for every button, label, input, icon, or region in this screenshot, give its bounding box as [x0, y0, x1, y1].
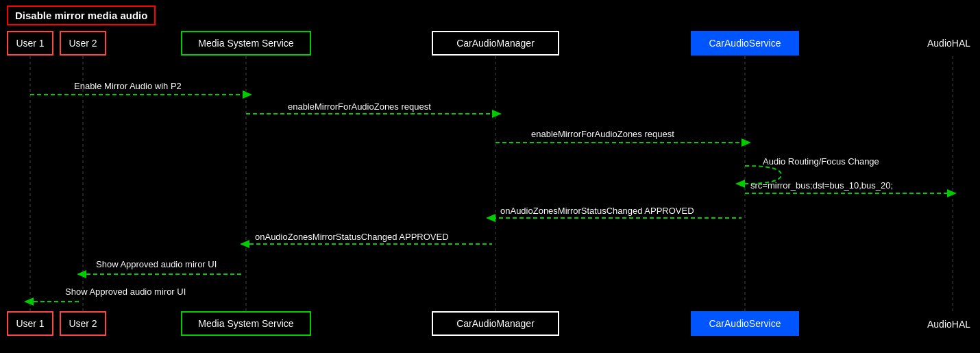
msg-show-approved-2: Show Approved audio miror UI	[65, 287, 186, 297]
msg-on-audio-zones-2: onAudioZonesMirrorStatusChanged APPROVED	[255, 232, 449, 242]
svg-marker-12	[735, 180, 745, 188]
svg-marker-20	[77, 270, 86, 278]
msg-show-approved-1: Show Approved audio miror UI	[96, 259, 217, 269]
msg-enable-mirror-zones-2: enableMirrorForAudioZones request	[531, 129, 674, 139]
svg-marker-22	[24, 297, 34, 306]
msg-audio-routing: Audio Routing/Focus Change	[763, 156, 879, 167]
svg-marker-16	[486, 214, 495, 222]
sequence-diagram: Disable mirror media audio User 1 User 2…	[0, 0, 980, 353]
svg-marker-14	[947, 189, 957, 197]
msg-enable-mirror-audio: Enable Mirror Audio wih P2	[74, 81, 182, 91]
svg-marker-11	[742, 138, 751, 147]
svg-marker-7	[243, 90, 252, 99]
msg-on-audio-zones-1: onAudioZonesMirrorStatusChanged APPROVED	[500, 206, 694, 216]
msg-src-mirror: src=mirror_bus;dst=bus_10,bus_20;	[750, 180, 893, 191]
svg-marker-9	[492, 110, 502, 118]
svg-marker-18	[240, 240, 249, 248]
msg-enable-mirror-zones-1: enableMirrorForAudioZones request	[288, 101, 431, 112]
diagram-svg	[0, 0, 980, 353]
